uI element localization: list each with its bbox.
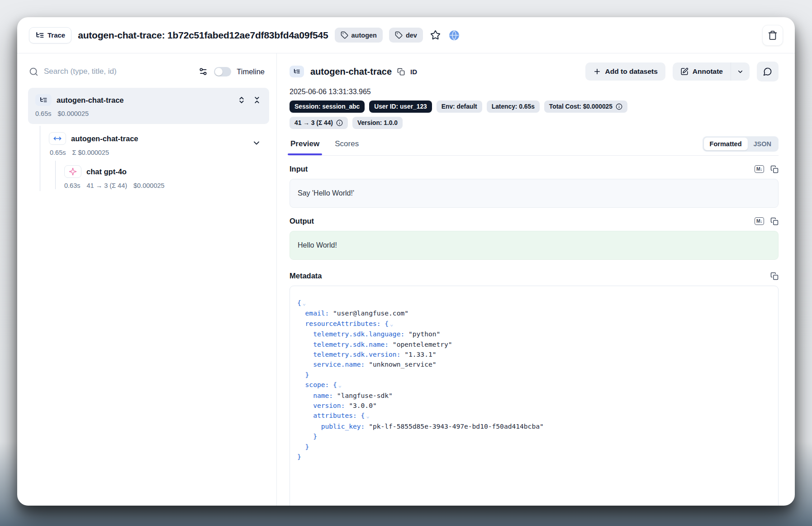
list-tree-icon xyxy=(293,68,300,75)
search-icon xyxy=(29,67,38,77)
metadata-line: email: "user@langfuse.com" xyxy=(297,308,771,318)
star-bookmark-button[interactable] xyxy=(429,29,442,41)
annotate-split-button: Annotate xyxy=(673,62,750,81)
json-value: "1.33.1" xyxy=(400,350,436,358)
json-collapse-chevron[interactable]: ⌄ xyxy=(303,300,306,306)
expand-all-button[interactable] xyxy=(237,95,247,105)
tag-autogen[interactable]: autogen xyxy=(335,28,383,43)
add-to-datasets-button[interactable]: Add to datasets xyxy=(585,62,665,81)
toggle-knob xyxy=(215,68,223,76)
tree-node-label: autogen-chat-trace xyxy=(57,96,124,105)
add-to-datasets-label: Add to datasets xyxy=(605,67,658,76)
format-toggle-json[interactable]: JSON xyxy=(748,138,778,150)
json-key: service.name: xyxy=(313,360,365,368)
trace-tree-sidebar: Timeline autogen-chat-trace xyxy=(17,53,277,506)
tree-search-row: Timeline xyxy=(17,58,276,84)
format-toggle: Formatted JSON xyxy=(703,136,779,152)
globe-icon xyxy=(449,30,460,41)
output-label: Output xyxy=(290,217,314,225)
metadata-json: {⌄email: "user@langfuse.com"resourceAttr… xyxy=(290,286,779,506)
copy-icon[interactable] xyxy=(770,165,779,173)
public-sharing-button[interactable] xyxy=(448,29,461,42)
json-key: public_key: xyxy=(321,422,365,430)
tab-scores[interactable]: Scores xyxy=(334,137,360,155)
input-content: Say 'Hello World!' xyxy=(290,179,779,208)
json-value: "opentelemetry" xyxy=(389,340,452,348)
metadata-line: telemetry.sdk.name: "opentelemetry" xyxy=(297,340,771,349)
chevron-down-icon[interactable] xyxy=(252,139,261,148)
tree-node-label: chat gpt-4o xyxy=(86,167,127,176)
json-brace: } xyxy=(305,371,309,378)
session-badge[interactable]: Session: session_abc xyxy=(290,100,365,113)
env-badge: Env: default xyxy=(437,100,482,113)
json-brace: { xyxy=(297,299,301,306)
json-key: telemetry.sdk.name: xyxy=(313,340,389,348)
tree-guide-line xyxy=(55,161,56,189)
node-duration: 0.65s xyxy=(35,110,51,117)
metadata-line: attributes: {⌄ xyxy=(297,411,771,421)
copy-icon[interactable] xyxy=(770,272,779,280)
trace-mini-badge xyxy=(290,66,304,77)
collapse-all-button[interactable] xyxy=(252,95,262,105)
copy-icon[interactable] xyxy=(770,217,779,225)
metadata-line: telemetry.sdk.language: "python" xyxy=(297,329,771,339)
tree-node-generation[interactable]: chat gpt-4o 0.63s 41 → 3 (Σ 44) $0.00002… xyxy=(28,161,269,194)
tab-preview[interactable]: Preview xyxy=(290,137,320,155)
json-value: "langfuse-sdk" xyxy=(333,392,393,399)
window-title: autogen-chat-trace: 1b72c51fabed12ae7df8… xyxy=(78,30,328,41)
preview-content[interactable]: Input M↓ Say 'Hello World!' Output M↓ xyxy=(290,156,779,506)
tree-node-span[interactable]: autogen-chat-trace 0.65s Σ $0.000025 xyxy=(28,126,269,161)
star-icon xyxy=(430,30,441,40)
comments-button[interactable] xyxy=(757,62,779,81)
json-collapse-chevron[interactable]: ⌄ xyxy=(390,321,393,327)
json-key: telemetry.sdk.version: xyxy=(313,350,400,358)
node-cost: Σ $0.000025 xyxy=(72,149,109,156)
tree-node-metrics: 0.65s Σ $0.000025 xyxy=(49,149,266,156)
json-key: version: xyxy=(313,402,345,409)
annotate-button[interactable]: Annotate xyxy=(673,62,731,81)
json-value: "3.0.0" xyxy=(345,402,376,409)
generation-node-badge xyxy=(64,165,81,178)
sparkle-icon xyxy=(69,167,77,176)
tree-node-trace-root[interactable]: autogen-chat-trace xyxy=(28,88,269,124)
token-usage-label: 41 → 3 (Σ 44) xyxy=(294,120,333,126)
tag-dev[interactable]: dev xyxy=(389,28,423,43)
comment-bubble-icon xyxy=(763,67,772,76)
metadata-line: service.name: "unknown_service" xyxy=(297,359,771,369)
markdown-toggle-icon[interactable]: M↓ xyxy=(755,217,764,225)
id-label: ID xyxy=(410,68,417,76)
json-brace: { xyxy=(381,320,389,327)
metadata-line: } xyxy=(297,452,771,462)
info-icon[interactable] xyxy=(336,120,343,126)
list-tree-icon xyxy=(39,96,47,104)
trash-icon xyxy=(768,30,778,40)
json-brace: { xyxy=(357,411,365,419)
info-icon[interactable] xyxy=(616,103,622,110)
json-collapse-chevron[interactable]: ⌄ xyxy=(338,382,342,388)
input-section-header: Input M↓ xyxy=(290,165,779,173)
sliders-icon xyxy=(199,67,208,76)
json-value: "pk-lf-5855d85e-3943-497e-bd10-f50ad414b… xyxy=(365,422,543,430)
metadata-line: resourceAttributes: {⌄ xyxy=(297,319,771,329)
tag-label: dev xyxy=(406,32,417,39)
annotate-dropdown-button[interactable] xyxy=(731,62,750,81)
json-collapse-chevron[interactable]: ⌄ xyxy=(366,413,369,419)
search-input[interactable] xyxy=(44,67,192,76)
format-toggle-formatted[interactable]: Formatted xyxy=(704,138,748,150)
span-node-badge xyxy=(49,132,66,145)
trace-detail-panel: autogen-chat-trace ID Add to datasets xyxy=(277,53,795,506)
delete-trace-button[interactable] xyxy=(762,25,783,46)
copy-id-button[interactable] xyxy=(396,67,406,77)
metadata-line: name: "langfuse-sdk" xyxy=(297,391,771,401)
output-content: Hello World! xyxy=(290,231,779,260)
chevrons-down-up-icon xyxy=(253,96,261,104)
json-key: name: xyxy=(313,392,333,399)
user-id-badge[interactable]: User ID: user_123 xyxy=(369,100,432,113)
markdown-toggle-icon[interactable]: M↓ xyxy=(755,165,764,173)
tree-node-label: autogen-chat-trace xyxy=(71,134,138,143)
annotate-label: Annotate xyxy=(693,67,723,76)
tag-label: autogen xyxy=(351,32,377,39)
metadata-line: telemetry.sdk.version: "1.33.1" xyxy=(297,349,771,359)
tree-display-settings-button[interactable] xyxy=(198,66,209,77)
timeline-toggle[interactable] xyxy=(214,67,231,77)
